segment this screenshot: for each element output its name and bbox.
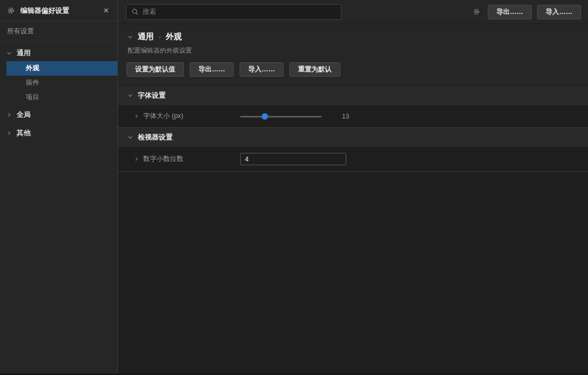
tree-item-plugins[interactable]: 插件	[6, 76, 117, 90]
breadcrumb-separator: -	[159, 33, 161, 41]
window-title: 编辑器偏好设置	[20, 6, 101, 16]
font-size-value: 13	[342, 113, 349, 120]
page-overview: 通用 - 外观 配置编辑器的外观设置 设置为默认值 导出…… 导入…… 重置为默…	[118, 24, 588, 86]
search-box[interactable]	[126, 4, 341, 20]
chevron-right-icon	[6, 130, 12, 136]
export-button[interactable]: 导出……	[488, 5, 532, 19]
setting-label-group[interactable]: 字体大小 (px)	[134, 112, 240, 121]
decimal-places-input[interactable]	[240, 153, 346, 165]
topbar-actions: 导出…… 导入……	[473, 5, 581, 19]
topbar: 导出…… 导入……	[118, 0, 588, 24]
tree-item-label: 通用	[17, 48, 31, 58]
reset-to-default-button[interactable]: 重置为默认	[289, 62, 340, 77]
chevron-right-icon	[134, 157, 139, 161]
setting-row-decimal-places: 数字小数位数	[118, 147, 588, 172]
tree-item-label: 其他	[17, 128, 31, 138]
import-button[interactable]: 导入……	[240, 62, 284, 77]
font-size-slider[interactable]	[240, 113, 322, 120]
import-button[interactable]: 导入……	[537, 5, 581, 19]
close-icon[interactable]: ×	[101, 5, 111, 16]
section-title: 字体设置	[138, 91, 166, 100]
breadcrumb: 通用 - 外观	[126, 31, 579, 42]
chevron-right-icon	[134, 114, 139, 119]
chevron-down-icon[interactable]	[128, 34, 133, 40]
tree-item-appearance[interactable]: 外观	[6, 61, 117, 76]
export-button[interactable]: 导出……	[190, 62, 234, 77]
chevron-down-icon	[128, 135, 133, 140]
gear-icon[interactable]	[473, 8, 480, 16]
section-title: 检视器设置	[138, 133, 173, 142]
preferences-window: 编辑器偏好设置 × 所有设置 通用 外观 插件 项目 全局	[0, 0, 588, 375]
chevron-right-icon	[6, 112, 12, 117]
setting-row-font-size: 字体大小 (px) 13	[118, 105, 588, 128]
slider-thumb[interactable]	[262, 113, 268, 120]
slider-track[interactable]	[240, 116, 322, 117]
action-buttons: 设置为默认值 导出…… 导入…… 重置为默认	[126, 62, 579, 77]
tree-item-general[interactable]: 通用	[0, 45, 117, 61]
setting-label-group[interactable]: 数字小数位数	[134, 155, 240, 164]
page-description: 配置编辑器的外观设置	[126, 46, 579, 55]
tree-item-project[interactable]: 项目	[6, 90, 117, 105]
search-input[interactable]	[143, 8, 336, 16]
chevron-down-icon	[128, 93, 133, 98]
sidebar: 编辑器偏好设置 × 所有设置 通用 外观 插件 项目 全局	[0, 0, 118, 373]
settings-tree: 通用 外观 插件 项目 全局 其他	[0, 42, 117, 141]
decimal-places-control	[240, 153, 346, 165]
set-as-default-button[interactable]: 设置为默认值	[126, 62, 184, 77]
sidebar-header: 编辑器偏好设置 ×	[0, 0, 117, 21]
setting-label: 数字小数位数	[143, 155, 183, 164]
tree-item-label: 全局	[17, 110, 31, 120]
section-header-font-settings[interactable]: 字体设置	[118, 86, 588, 105]
tree-item-other[interactable]: 其他	[0, 125, 117, 141]
tree-item-global[interactable]: 全局	[0, 107, 117, 123]
page-title: 外观	[166, 32, 182, 42]
font-size-control: 13	[240, 113, 349, 120]
section-header-inspector-settings[interactable]: 检视器设置	[118, 128, 588, 147]
sidebar-item-all-settings[interactable]: 所有设置	[0, 21, 117, 42]
search-icon	[131, 8, 139, 16]
main-panel: 导出…… 导入…… 通用 - 外观 配置编辑器的外观设置 设置为默认值 导出………	[118, 0, 588, 373]
breadcrumb-parent: 通用	[138, 32, 154, 42]
chevron-down-icon	[6, 50, 12, 56]
setting-label: 字体大小 (px)	[143, 112, 183, 121]
gear-icon	[7, 6, 15, 14]
